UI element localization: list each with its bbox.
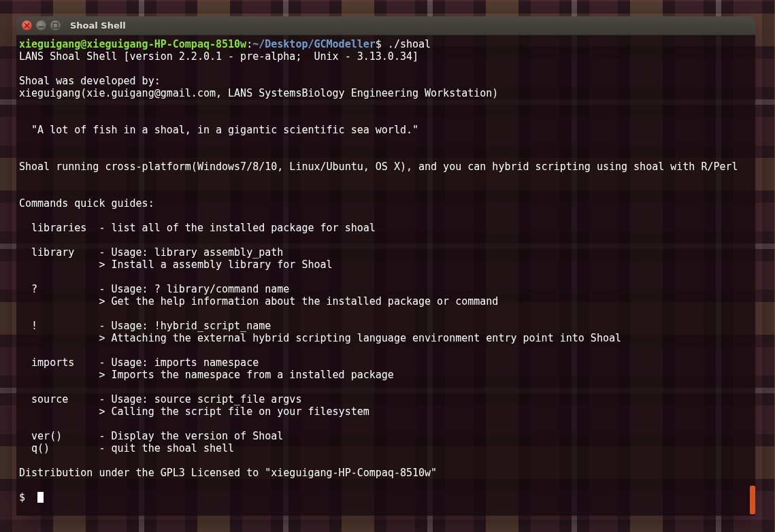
prompt-sep2: $ [376, 38, 388, 50]
guide-source-1: source - Usage: source script_file argvs [19, 393, 301, 405]
guide-q-2: > Get the help information about the ins… [19, 295, 498, 307]
guide-source-2: > Calling the script file on your filesy… [19, 405, 369, 418]
shell-prompt-symbol: $ [19, 491, 37, 503]
line-version: LANS Shoal Shell [version 2.2.0.1 - pre-… [19, 50, 418, 63]
guide-quit: q() - quit the shoal shell [19, 442, 234, 454]
prompt-command: ./shoal [388, 38, 431, 50]
window-titlebar[interactable]: Shoal Shell [16, 16, 755, 35]
window-title: Shoal Shell [70, 20, 126, 31]
line-author: xieguigang(xie.guigang@gmail.com, LANS S… [19, 87, 498, 99]
maximize-icon[interactable] [50, 20, 61, 31]
guide-libraries: libraries - list all of the installed pa… [19, 222, 376, 234]
line-guides-hdr: Commands quick guides: [19, 197, 154, 210]
line-devby: Shoal was developed by: [19, 75, 161, 87]
terminal-window: Shoal Shell xieguigang@xieguigang-HP-Com… [16, 16, 755, 516]
guide-library-2: > Install a assembly library for Shoal [19, 259, 333, 271]
svg-rect-0 [53, 23, 58, 28]
line-quote: "A lot of fish in a shoal, in a gigantic… [19, 124, 418, 136]
cursor-icon [37, 492, 44, 503]
prompt-path: ~/Desktop/GCModeller [252, 38, 376, 50]
terminal-body[interactable]: xieguigang@xieguigang-HP-Compaq-8510w:~/… [16, 35, 755, 516]
line-crossplat: Shoal running cross-platform(Windows7/8/… [19, 161, 738, 173]
guide-library-1: library - Usage: library assembly_path [19, 246, 283, 259]
guide-ver: ver() - Display the version of Shoal [19, 430, 283, 442]
terminal-scrollbar[interactable] [750, 486, 755, 514]
guide-bang-2: > Attaching the external hybrid scriptin… [19, 332, 621, 344]
guide-q-1: ? - Usage: ? library/command name [19, 283, 289, 295]
minimize-icon[interactable] [36, 20, 46, 31]
terminal-output: xieguigang@xieguigang-HP-Compaq-8510w:~/… [19, 38, 753, 503]
guide-imports-2: > Imports the namespace from a installed… [19, 369, 394, 381]
guide-imports-1: imports - Usage: imports namespace [19, 356, 259, 369]
line-distribution: Distribution under the GPL3 Licensed to … [19, 467, 437, 479]
close-icon[interactable] [22, 20, 32, 31]
prompt-sep1: : [246, 38, 252, 50]
prompt-userhost: xieguigang@xieguigang-HP-Compaq-8510w [19, 38, 246, 50]
guide-bang-1: ! - Usage: !hybrid_script_name [19, 320, 271, 332]
